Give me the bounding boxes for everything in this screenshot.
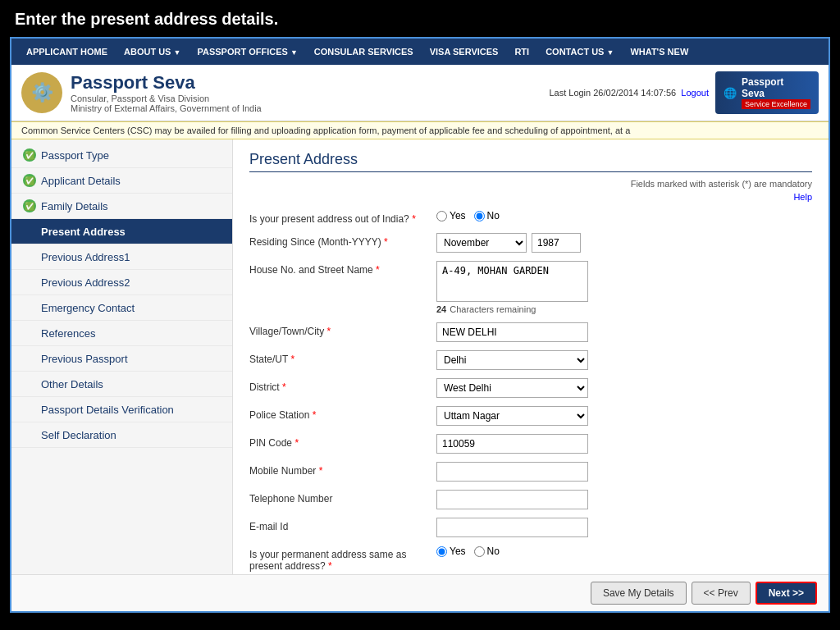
house-no-req: *: [376, 264, 380, 276]
check-icon-prev-addr1: [23, 250, 36, 263]
telephone-controls: [436, 490, 812, 509]
info-banner: Common Service Centers (CSC) may be avai…: [11, 121, 829, 139]
site-name: Passport Seva: [71, 72, 262, 94]
out-of-india-yes-radio[interactable]: [436, 211, 447, 221]
sidebar: ✅ Passport Type ✅ Applicant Details ✅ Fa…: [11, 139, 233, 574]
sidebar-item-self-declaration[interactable]: Self Declaration: [11, 422, 232, 448]
nav-passport-offices[interactable]: PASSPORT OFFICES ▼: [190, 47, 304, 57]
email-controls: [436, 518, 812, 537]
header-sub2: Ministry of External Affairs, Government…: [71, 103, 262, 113]
nav-consular-services[interactable]: CONSULAR SERVICES: [308, 47, 420, 57]
nav-contact-us[interactable]: CONTACT US ▼: [539, 47, 620, 57]
mobile-label: Mobile Number *: [249, 462, 430, 477]
save-my-details-button[interactable]: Save My Details: [591, 582, 687, 605]
perm-yes-label: Yes: [450, 546, 466, 557]
sidebar-item-passport-type[interactable]: ✅ Passport Type: [11, 143, 232, 168]
browser-frame: APPLICANT HOME ABOUT US ▼ PASSPORT OFFIC…: [10, 37, 830, 613]
out-of-india-no-option[interactable]: No: [474, 210, 500, 221]
residing-month-select[interactable]: November JanuaryFebruaryMarch AprilMayJu…: [436, 233, 527, 253]
sidebar-label-prev-addr2: Previous Address2: [41, 276, 130, 289]
district-select[interactable]: West Delhi East DelhiSouth DelhiNorth De…: [436, 378, 588, 398]
site-header: ⚙️ Passport Seva Consular, Passport & Vi…: [11, 65, 829, 121]
village-input[interactable]: [436, 322, 588, 342]
nav-about-us[interactable]: ABOUT US ▼: [117, 47, 187, 57]
passport-seva-badge: 🌐 Passport Seva Service Excellence: [715, 71, 819, 114]
pin-label-text: PIN Code: [249, 437, 292, 449]
sidebar-item-family-details[interactable]: ✅ Family Details: [11, 194, 232, 219]
sidebar-item-previous-address2[interactable]: Previous Address2: [11, 270, 232, 295]
sidebar-item-references[interactable]: References: [11, 321, 232, 346]
out-of-india-radio-group: Yes No: [436, 210, 500, 221]
logout-link[interactable]: Logout: [681, 88, 709, 98]
out-of-india-controls: Yes No: [436, 210, 812, 221]
nav-applicant-home[interactable]: APPLICANT HOME: [20, 47, 114, 57]
out-of-india-label: Is your present address out of India? *: [249, 210, 430, 225]
email-input[interactable]: [436, 518, 588, 537]
check-icon-other-details: [23, 377, 36, 390]
chars-remaining-label: Characters remaining: [450, 304, 536, 314]
check-icon-verification: [23, 403, 36, 416]
sidebar-item-previous-passport[interactable]: Previous Passport: [11, 346, 232, 372]
nav-visa-services[interactable]: VISA SERVICES: [423, 47, 505, 57]
perm-address-row: Is your permanent address same as presen…: [249, 546, 812, 572]
next-button[interactable]: Next >>: [756, 582, 817, 605]
login-info-block: Last Login 26/02/2014 14:07:56 Logout: [549, 88, 709, 98]
police-controls: Uttam Nagar DwarkaJanakpuriVikaspuri: [436, 406, 812, 426]
check-icon-emergency: [23, 301, 36, 314]
sidebar-label-applicant-details: Applicant Details: [41, 175, 121, 187]
perm-address-controls: Yes No: [436, 546, 812, 557]
check-icon-passport-type: ✅: [23, 148, 36, 162]
out-of-india-yes-option[interactable]: Yes: [436, 210, 466, 221]
pin-input[interactable]: [436, 434, 588, 454]
email-label: E-mail Id: [249, 518, 430, 532]
perm-no-radio[interactable]: [474, 546, 485, 557]
mobile-input[interactable]: [436, 462, 588, 482]
badge-sub: Service Excellence: [742, 99, 810, 109]
state-row: State/UT * Delhi MaharashtraKarnataka Ta…: [249, 350, 812, 370]
sidebar-item-applicant-details[interactable]: ✅ Applicant Details: [11, 168, 232, 194]
perm-no-option[interactable]: No: [474, 546, 500, 557]
sidebar-label-emergency: Emergency Contact: [41, 302, 135, 314]
house-no-row: House No. and Street Name * A-49, MOHAN …: [249, 261, 812, 314]
sidebar-item-passport-verification[interactable]: Passport Details Verification: [11, 397, 232, 422]
pin-label: PIN Code *: [249, 434, 430, 449]
sidebar-item-other-details[interactable]: Other Details: [11, 372, 232, 397]
about-us-dropdown-arrow: ▼: [174, 48, 181, 57]
help-link[interactable]: Help: [249, 192, 812, 202]
mobile-label-text: Mobile Number: [249, 465, 316, 477]
out-of-india-no-radio[interactable]: [474, 211, 485, 221]
state-label: State/UT *: [249, 350, 430, 365]
village-label: Village/Town/City *: [249, 322, 430, 337]
state-select[interactable]: Delhi MaharashtraKarnataka Tamil NaduUtt…: [436, 350, 588, 370]
mobile-req: *: [319, 465, 323, 477]
mobile-controls: [436, 462, 812, 482]
telephone-row: Telephone Number: [249, 490, 812, 509]
pin-req: *: [294, 437, 299, 449]
check-icon-family-details: ✅: [23, 199, 36, 212]
email-label-text: E-mail Id: [249, 521, 288, 532]
prev-button[interactable]: << Prev: [692, 582, 751, 605]
state-req: *: [290, 354, 294, 365]
perm-yes-option[interactable]: Yes: [436, 546, 466, 557]
sidebar-item-present-address[interactable]: Present Address: [11, 219, 232, 244]
perm-address-radio-group: Yes No: [436, 546, 500, 557]
residing-since-controls: November JanuaryFebruaryMarch AprilMayJu…: [436, 233, 812, 253]
nav-rti[interactable]: RTI: [508, 47, 536, 57]
sidebar-item-emergency-contact[interactable]: Emergency Contact: [11, 295, 232, 321]
house-no-label: House No. and Street Name *: [249, 261, 430, 276]
police-select[interactable]: Uttam Nagar DwarkaJanakpuriVikaspuri: [436, 406, 588, 426]
form-footer: Save My Details << Prev Next >>: [11, 574, 829, 611]
perm-no-label: No: [487, 546, 500, 557]
police-label-text: Police Station: [249, 409, 309, 421]
header-right: Last Login 26/02/2014 14:07:56 Logout 🌐 …: [549, 71, 819, 114]
sidebar-item-previous-address1[interactable]: Previous Address1: [11, 244, 232, 270]
residing-year-input[interactable]: [532, 233, 581, 253]
badge-icon: 🌐: [724, 87, 737, 99]
nav-whats-new[interactable]: WHAT'S NEW: [623, 47, 695, 57]
out-of-india-label-text: Is your present address out of India?: [249, 213, 409, 225]
perm-yes-radio[interactable]: [436, 546, 447, 557]
telephone-input[interactable]: [436, 490, 588, 509]
mandatory-note: Fields marked with asterisk (*) are mand…: [249, 179, 812, 189]
last-login-text: Last Login 26/02/2014 14:07:56: [549, 88, 676, 98]
house-no-textarea[interactable]: A-49, MOHAN GARDEN: [436, 261, 588, 302]
